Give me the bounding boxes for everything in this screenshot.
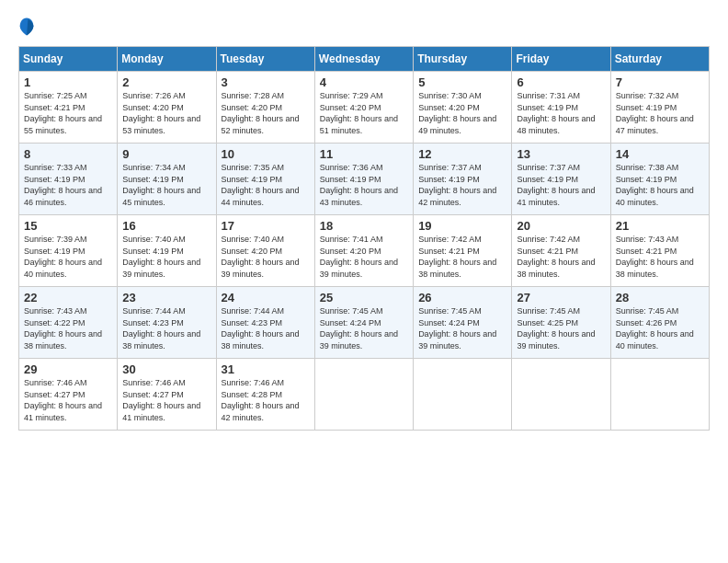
daylight-text: Daylight: 8 hours and 40 minutes. [616, 186, 694, 207]
sunrise-text: Sunrise: 7:43 AM [616, 235, 679, 244]
day-number: 9 [122, 147, 211, 161]
calendar-cell: 23Sunrise: 7:44 AMSunset: 4:23 PMDayligh… [118, 287, 216, 359]
page: SundayMondayTuesdayWednesdayThursdayFrid… [0, 0, 728, 440]
day-number: 3 [222, 75, 311, 89]
daylight-text: Daylight: 8 hours and 42 minutes. [418, 186, 496, 207]
sunrise-text: Sunrise: 7:40 AM [222, 235, 285, 244]
daylight-text: Daylight: 8 hours and 49 minutes. [418, 114, 496, 135]
logo-icon [18, 17, 35, 37]
calendar-cell: 12Sunrise: 7:37 AMSunset: 4:19 PMDayligh… [414, 144, 512, 215]
logo [18, 17, 39, 37]
sunset-text: Sunset: 4:19 PM [24, 175, 85, 184]
day-number: 7 [616, 75, 705, 89]
sunrise-text: Sunrise: 7:35 AM [222, 163, 285, 172]
sunrise-text: Sunrise: 7:45 AM [517, 306, 580, 316]
sunrise-text: Sunrise: 7:44 AM [222, 306, 285, 316]
sunrise-text: Sunrise: 7:46 AM [122, 378, 186, 387]
header-cell-friday: Friday [512, 47, 610, 72]
calendar-cell [314, 359, 413, 431]
daylight-text: Daylight: 8 hours and 39 minutes. [320, 258, 398, 279]
sunrise-text: Sunrise: 7:25 AM [24, 91, 87, 100]
daylight-text: Daylight: 8 hours and 52 minutes. [222, 114, 300, 135]
daylight-text: Daylight: 8 hours and 43 minutes. [320, 186, 398, 207]
daylight-text: Daylight: 8 hours and 44 minutes. [222, 186, 300, 207]
daylight-text: Daylight: 8 hours and 39 minutes. [418, 329, 496, 350]
calendar-cell: 14Sunrise: 7:38 AMSunset: 4:19 PMDayligh… [610, 144, 709, 215]
calendar-week-4: 22Sunrise: 7:43 AMSunset: 4:22 PMDayligh… [19, 287, 710, 359]
calendar-week-1: 1Sunrise: 7:25 AMSunset: 4:21 PMDaylight… [19, 72, 710, 144]
sunset-text: Sunset: 4:20 PM [418, 103, 480, 112]
daylight-text: Daylight: 8 hours and 39 minutes. [122, 258, 200, 279]
day-number: 17 [222, 219, 311, 233]
daylight-text: Daylight: 8 hours and 38 minutes. [517, 258, 595, 279]
sunset-text: Sunset: 4:24 PM [418, 318, 480, 327]
sunrise-text: Sunrise: 7:29 AM [320, 91, 383, 100]
day-number: 2 [122, 75, 211, 89]
sunset-text: Sunset: 4:19 PM [24, 247, 85, 256]
calendar-cell: 20Sunrise: 7:42 AMSunset: 4:21 PMDayligh… [512, 215, 610, 287]
sunrise-text: Sunrise: 7:34 AM [122, 163, 186, 172]
daylight-text: Daylight: 8 hours and 47 minutes. [616, 114, 694, 135]
sunset-text: Sunset: 4:22 PM [24, 318, 85, 327]
daylight-text: Daylight: 8 hours and 45 minutes. [122, 186, 200, 207]
day-number: 1 [24, 75, 113, 89]
daylight-text: Daylight: 8 hours and 41 minutes. [122, 401, 200, 422]
sunrise-text: Sunrise: 7:39 AM [24, 235, 87, 244]
daylight-text: Daylight: 8 hours and 53 minutes. [122, 114, 200, 135]
sunset-text: Sunset: 4:23 PM [222, 318, 283, 327]
day-number: 23 [122, 291, 211, 304]
day-number: 20 [517, 219, 606, 233]
calendar-cell: 11Sunrise: 7:36 AMSunset: 4:19 PMDayligh… [314, 144, 413, 215]
sunset-text: Sunset: 4:19 PM [320, 175, 381, 184]
sunset-text: Sunset: 4:23 PM [122, 318, 184, 327]
sunset-text: Sunset: 4:24 PM [320, 318, 381, 327]
calendar-body: 1Sunrise: 7:25 AMSunset: 4:21 PMDaylight… [19, 72, 710, 431]
day-number: 31 [222, 362, 311, 376]
day-number: 28 [616, 291, 705, 304]
calendar-cell: 1Sunrise: 7:25 AMSunset: 4:21 PMDaylight… [19, 72, 118, 144]
header-cell-monday: Monday [118, 47, 216, 72]
calendar-table: SundayMondayTuesdayWednesdayThursdayFrid… [18, 46, 710, 431]
sunrise-text: Sunrise: 7:32 AM [616, 91, 679, 100]
calendar-cell: 17Sunrise: 7:40 AMSunset: 4:20 PMDayligh… [216, 215, 314, 287]
sunrise-text: Sunrise: 7:45 AM [418, 306, 482, 316]
calendar-cell: 16Sunrise: 7:40 AMSunset: 4:19 PMDayligh… [118, 215, 216, 287]
calendar-cell: 6Sunrise: 7:31 AMSunset: 4:19 PMDaylight… [512, 72, 610, 144]
calendar-cell: 28Sunrise: 7:45 AMSunset: 4:26 PMDayligh… [610, 287, 709, 359]
calendar-cell: 31Sunrise: 7:46 AMSunset: 4:28 PMDayligh… [216, 359, 314, 431]
daylight-text: Daylight: 8 hours and 41 minutes. [24, 401, 102, 422]
header [18, 17, 710, 37]
sunset-text: Sunset: 4:19 PM [122, 175, 184, 184]
day-number: 8 [24, 147, 113, 161]
calendar-cell: 25Sunrise: 7:45 AMSunset: 4:24 PMDayligh… [314, 287, 413, 359]
daylight-text: Daylight: 8 hours and 39 minutes. [320, 329, 398, 350]
day-number: 19 [418, 219, 507, 233]
calendar-cell: 15Sunrise: 7:39 AMSunset: 4:19 PMDayligh… [19, 215, 118, 287]
day-number: 15 [24, 219, 113, 233]
daylight-text: Daylight: 8 hours and 40 minutes. [24, 258, 102, 279]
calendar-cell [610, 359, 709, 431]
calendar-cell: 19Sunrise: 7:42 AMSunset: 4:21 PMDayligh… [414, 215, 512, 287]
sunset-text: Sunset: 4:19 PM [418, 175, 480, 184]
calendar-cell: 8Sunrise: 7:33 AMSunset: 4:19 PMDaylight… [19, 144, 118, 215]
daylight-text: Daylight: 8 hours and 46 minutes. [24, 186, 102, 207]
header-cell-sunday: Sunday [19, 47, 118, 72]
daylight-text: Daylight: 8 hours and 38 minutes. [24, 329, 102, 350]
calendar-cell: 30Sunrise: 7:46 AMSunset: 4:27 PMDayligh… [118, 359, 216, 431]
sunset-text: Sunset: 4:19 PM [517, 175, 578, 184]
sunrise-text: Sunrise: 7:30 AM [418, 91, 482, 100]
sunrise-text: Sunrise: 7:42 AM [517, 235, 580, 244]
daylight-text: Daylight: 8 hours and 38 minutes. [418, 258, 496, 279]
daylight-text: Daylight: 8 hours and 48 minutes. [517, 114, 595, 135]
calendar-cell: 7Sunrise: 7:32 AMSunset: 4:19 PMDaylight… [610, 72, 709, 144]
day-number: 26 [418, 291, 507, 304]
day-number: 5 [418, 75, 507, 89]
header-cell-wednesday: Wednesday [314, 47, 413, 72]
sunrise-text: Sunrise: 7:37 AM [418, 163, 482, 172]
daylight-text: Daylight: 8 hours and 39 minutes. [517, 329, 595, 350]
sunrise-text: Sunrise: 7:38 AM [616, 163, 679, 172]
sunrise-text: Sunrise: 7:46 AM [24, 378, 87, 387]
day-number: 30 [122, 362, 211, 376]
header-cell-tuesday: Tuesday [216, 47, 314, 72]
daylight-text: Daylight: 8 hours and 39 minutes. [222, 258, 300, 279]
